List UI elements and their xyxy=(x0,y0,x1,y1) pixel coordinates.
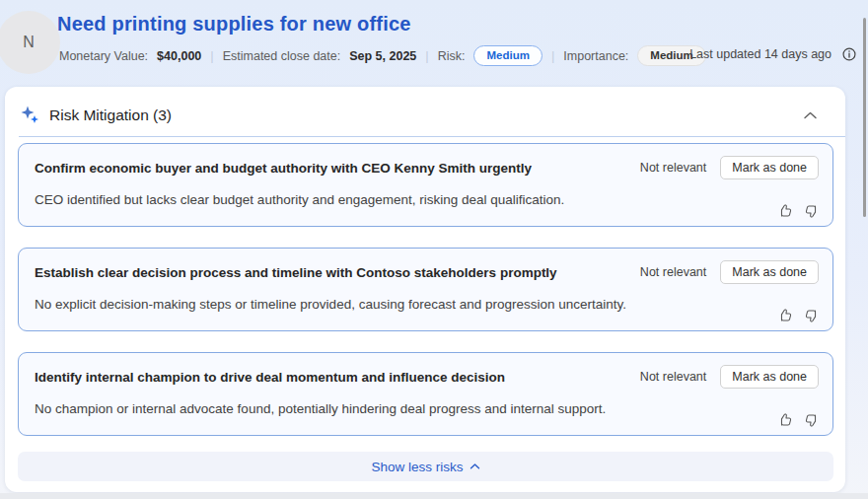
meta-divider: | xyxy=(551,48,554,63)
mark-as-done-button[interactable]: Mark as done xyxy=(720,260,819,284)
thumbs-down-icon[interactable] xyxy=(804,412,820,428)
risk-card: Identify internal champion to drive deal… xyxy=(18,352,833,436)
risk-card-title: Confirm economic buyer and budget author… xyxy=(35,161,532,176)
thumbs-up-icon[interactable] xyxy=(777,308,793,323)
info-circle-icon[interactable] xyxy=(840,45,858,63)
mark-as-done-button[interactable]: Mark as done xyxy=(720,156,819,179)
vertical-scrollbar[interactable] xyxy=(863,18,866,217)
risk-label: Risk: xyxy=(438,49,466,63)
risk-card-title: Establish clear decision process and tim… xyxy=(35,265,557,280)
risk-mitigation-panel: Risk Mitigation (3) Confirm economic buy… xyxy=(5,87,845,492)
show-less-risks-label: Show less risks xyxy=(371,460,463,474)
mark-as-done-button[interactable]: Mark as done xyxy=(720,365,819,389)
risk-card-description: CEO identified but lacks clear budget au… xyxy=(35,192,819,207)
risk-card-list: Confirm economic buyer and budget author… xyxy=(18,143,833,436)
thumbs-up-icon[interactable] xyxy=(777,412,793,428)
risk-card-description: No explicit decision-making steps or tim… xyxy=(35,297,819,312)
thumbs-up-icon[interactable] xyxy=(777,203,793,219)
not-relevant-button[interactable]: Not relevant xyxy=(640,161,706,175)
risk-card-description: No champion or internal advocate found, … xyxy=(35,401,819,416)
ai-sparkle-icon xyxy=(21,106,39,124)
avatar-initial: N xyxy=(23,34,35,51)
meta-divider: | xyxy=(210,48,213,63)
deal-header: N Need printing supplies for new office … xyxy=(0,0,868,87)
bottom-edge-divider xyxy=(0,493,868,499)
risk-badge: Medium xyxy=(473,45,542,66)
not-relevant-button[interactable]: Not relevant xyxy=(640,370,706,384)
show-less-risks-button[interactable]: Show less risks xyxy=(18,452,833,481)
section-divider xyxy=(19,136,845,137)
thumbs-down-icon[interactable] xyxy=(804,308,820,323)
page-title: Need printing supplies for new office xyxy=(57,13,411,36)
monetary-value-label: Monetary Value: xyxy=(59,49,148,63)
section-header: Risk Mitigation (3) xyxy=(5,87,845,136)
deal-meta-row: Monetary Value: $40,000 | Estimated clos… xyxy=(59,45,706,66)
thumbs-down-icon[interactable] xyxy=(804,203,820,219)
risk-card: Confirm economic buyer and budget author… xyxy=(18,143,833,227)
close-date-value: Sep 5, 2025 xyxy=(349,49,416,63)
last-updated-text: Last updated 14 days ago xyxy=(689,47,832,61)
monetary-value: $40,000 xyxy=(157,49,201,63)
risk-card: Establish clear decision process and tim… xyxy=(18,248,833,331)
avatar: N xyxy=(0,11,60,74)
chevron-up-icon[interactable] xyxy=(803,110,818,120)
chevron-up-icon xyxy=(470,463,480,470)
meta-divider: | xyxy=(425,48,428,63)
section-title: Risk Mitigation (3) xyxy=(49,107,793,124)
risk-card-title: Identify internal champion to drive deal… xyxy=(35,370,505,385)
not-relevant-button[interactable]: Not relevant xyxy=(640,265,706,279)
close-date-label: Estimated close date: xyxy=(223,49,341,63)
importance-label: Importance: xyxy=(563,49,628,63)
